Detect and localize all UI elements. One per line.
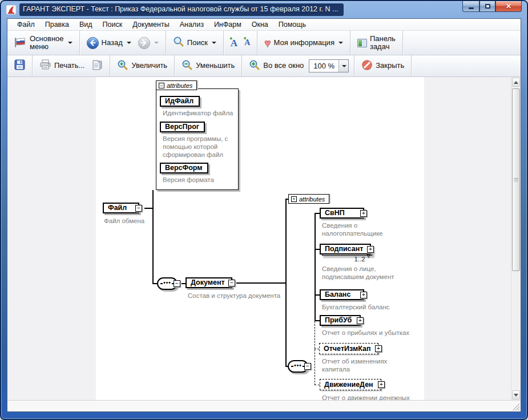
collapse-icon[interactable] [228,280,235,286]
attr-node[interactable]: ВерсПрог [160,122,205,132]
occurrence-label: 1..2 [345,256,374,262]
collapse-icon[interactable] [159,83,164,88]
sequence-indicator[interactable]: ••• [288,360,308,373]
connector-line [144,208,152,209]
expand-icon[interactable] [291,196,297,202]
node-caption: Отчет об изменениях капитала [322,358,387,374]
collapse-icon[interactable] [304,363,311,370]
menu-edit[interactable]: Правка [40,19,74,30]
menu-help[interactable]: Помощь [273,19,311,30]
minimize-icon [469,7,474,9]
zoom-level-select[interactable]: 100 % [309,59,349,72]
chevron-down-icon [68,42,72,44]
node-caption: Сведения о лице, подписавшем документ [322,265,394,281]
node-dokument[interactable]: Документ [186,277,232,288]
menu-documents[interactable]: Документы [127,19,174,30]
my-information-button[interactable]: ♥ Моя информация [263,37,345,50]
node-caption: Сведения о налогоплательщике [322,222,383,238]
scroll-down-button[interactable] [512,390,520,399]
attr-caption: Версия программы, с помощью которой сфор… [163,135,228,159]
connector-line-dashed [315,349,319,349]
expand-icon[interactable] [367,246,374,253]
schema-diagram-canvas[interactable]: attributes ИдФайл Идентификатор файла Ве… [7,77,511,400]
expand-icon[interactable] [357,317,364,324]
titlebar[interactable]: ГАРАНТ ЭКСПЕРТ - Текст : Приказ Федераль… [1,1,527,18]
attr-label: ИдФайл [165,97,194,105]
menu-file[interactable]: Файл [12,19,40,30]
expand-icon[interactable] [375,345,382,352]
node-balans[interactable]: Баланс [320,289,364,300]
sequence-indicator[interactable]: ••• [157,277,178,290]
attr-label: ВерсФорм [165,164,203,172]
combo-dropdown-button[interactable] [338,60,348,72]
minimize-button[interactable] [462,1,479,12]
menu-analysis[interactable]: Анализ [175,19,209,30]
search-button[interactable]: Поиск [171,35,218,51]
node-label: ОтчетИзмКап [324,345,370,353]
node-caption: Отчет о прибылях и убытках [322,329,409,337]
search-label: Поиск [187,39,208,47]
scrollbar-thumb[interactable] [512,88,520,271]
attr-node[interactable]: ВерсФорм [160,163,208,173]
attr-node[interactable]: ИдФайл [160,96,200,107]
maximize-icon [485,4,490,9]
save-button[interactable] [13,58,27,74]
menu-search[interactable]: Поиск [98,19,128,30]
expand-icon[interactable] [360,210,367,217]
menu-view[interactable]: Вид [74,19,98,30]
attributes-tab[interactable]: attributes [288,194,329,204]
print-button[interactable]: Печать... [38,58,86,74]
attr-caption: Идентификатор файла [163,110,233,118]
maximize-button[interactable] [479,1,495,12]
menu-windows[interactable]: Окна [247,19,273,30]
font-decrease-button[interactable]: A▼ [243,38,252,48]
connector-line [236,282,285,284]
print-preview-button[interactable] [90,58,104,74]
close-document-button[interactable]: Закрыть [360,58,406,74]
expand-icon[interactable] [378,381,385,388]
node-svnp[interactable]: СвНП [320,208,364,219]
vertical-scrollbar[interactable] [511,77,521,400]
connector-line-dashed [315,385,320,385]
arrow-down-icon [514,394,518,397]
task-panel-button[interactable]: Панель задач [356,34,397,52]
zoom-in-button[interactable]: Увеличить [115,58,169,74]
font-increase-button[interactable]: A▲ [229,37,239,49]
node-dvizhenieden[interactable]: ДвижениеДен [320,379,381,390]
my-information-label: Моя информация [274,39,334,47]
view-toolbar: Печать... Увеличить [7,55,521,77]
connector-line-dashed [315,321,315,385]
magnifier-icon [173,36,184,50]
node-label: Документ [191,278,225,286]
zoom-out-button[interactable]: Уменьшить [180,58,236,74]
prohibition-icon [361,59,373,73]
zoom-in-label: Увеличить [131,62,167,70]
magnifier-diamond-icon [249,59,260,73]
page-preview-icon [91,59,103,73]
chevron-down-icon [338,42,343,44]
letter-a-up-icon: A▲ [231,38,237,48]
back-button[interactable]: Назад [85,36,133,50]
node-otchetizmkap[interactable]: ОтчетИзмКап [319,343,378,354]
menu-infarm[interactable]: ИнФарм [209,19,247,30]
magnifier-minus-icon [182,59,193,73]
scroll-up-button[interactable] [512,78,520,87]
expand-icon[interactable] [360,292,367,298]
node-fail[interactable]: Файл [103,203,139,213]
attributes-label: attributes [167,82,192,89]
node-podpisant[interactable]: Подписант ▽ [320,244,371,255]
fit-window-button[interactable]: Во все окно [247,58,305,74]
collapse-icon[interactable] [135,205,142,212]
attributes-tab[interactable]: attributes [156,80,197,90]
main-menu-button[interactable]: Основное меню [13,34,74,52]
collapse-icon[interactable] [174,280,180,287]
node-caption: Бухгалтерский баланс [322,304,390,312]
close-button[interactable]: ✕ [495,1,522,12]
resize-grip[interactable] [512,403,519,410]
node-label: ПрибУб [325,316,352,324]
client-area: Файл Правка Вид Поиск Документы Анализ И… [7,18,521,412]
node-pribub[interactable]: ПрибУб [320,315,361,326]
forward-button[interactable] [136,36,160,50]
node-caption: Отчет о движении денежных [322,394,410,400]
node-label: СвНП [325,209,345,217]
